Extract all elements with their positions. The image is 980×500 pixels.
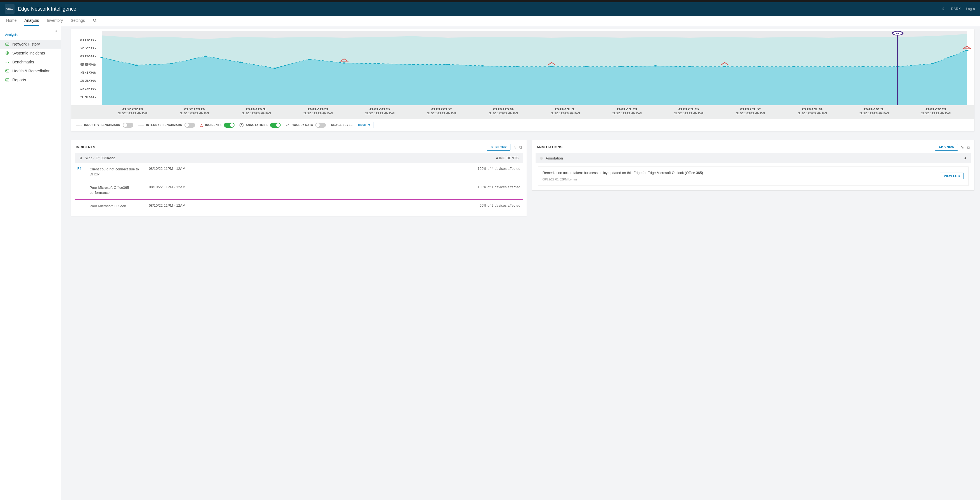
svg-point-26	[619, 66, 622, 67]
svg-point-25	[585, 66, 588, 67]
sidebar-item-benchmarks[interactable]: Benchmarks	[0, 57, 60, 67]
svg-point-12	[135, 65, 138, 66]
svg-point-15	[239, 62, 242, 63]
incident-affected: 50% of 2 devices affected	[194, 204, 520, 208]
collapse-sidebar-icon[interactable]: «	[55, 29, 57, 33]
sidebar-item-health-remediation[interactable]: Health & Remediation	[0, 67, 60, 75]
svg-point-18	[342, 62, 345, 63]
calendar-icon: 🗓	[79, 156, 83, 160]
nav-inventory[interactable]: Inventory	[47, 16, 63, 26]
filter-button[interactable]: ▼ FILTER	[487, 144, 511, 151]
svg-text:08/19: 08/19	[802, 108, 823, 111]
view-log-button[interactable]: VIEW LOG	[940, 173, 964, 179]
incidents-group-label: Week Of 08/04/22	[86, 156, 115, 160]
incident-row[interactable]: Poor Microsoft Office365 performance08/1…	[75, 181, 523, 200]
sidebar-heading: Analysis	[0, 26, 60, 40]
svg-text:08/21: 08/21	[864, 108, 885, 111]
internal-benchmark-swatch	[138, 124, 144, 127]
app-title: Edge Network Intelligence	[18, 6, 76, 12]
collapse-icon[interactable]: ⤡	[961, 145, 964, 149]
benchmarks-icon	[5, 60, 10, 64]
svg-text:12:00AM: 12:00AM	[612, 112, 642, 115]
logout-link[interactable]: Log o	[966, 7, 975, 11]
add-new-button[interactable]: ADD NEW	[935, 144, 958, 151]
svg-text:11%: 11%	[80, 95, 96, 99]
svg-point-27	[654, 65, 657, 67]
svg-text:12:00AM: 12:00AM	[550, 112, 580, 115]
annotations-toggle[interactable]	[270, 123, 281, 128]
hourly-data-label: HOURLY DATA	[292, 124, 313, 127]
incident-time: 08/10/22 11PM - 12AM	[143, 204, 191, 208]
svg-text:12:00AM: 12:00AM	[427, 112, 457, 115]
annotations-marker-icon: A	[240, 123, 243, 127]
network-history-chart[interactable]: 88%77%66%55%44%33%22%11%07/2812:00AM07/3…	[71, 29, 974, 119]
nav-settings[interactable]: Settings	[71, 16, 85, 26]
logo: vmw	[5, 4, 14, 14]
svg-text:12:00AM: 12:00AM	[736, 112, 765, 115]
chart-legend-footer: INDUSTRY BENCHMARK INTERNAL BENCHMARK △ …	[71, 119, 974, 131]
svg-text:12:00AM: 12:00AM	[674, 112, 704, 115]
incident-description: Poor Microsoft Outlook	[90, 204, 140, 209]
collapse-icon[interactable]: ⤡	[513, 145, 517, 149]
svg-point-23	[515, 66, 519, 67]
incident-row[interactable]: Poor Microsoft Outlook08/10/22 11PM - 12…	[75, 200, 523, 213]
dark-mode-icon[interactable]: ☾	[942, 7, 946, 11]
svg-text:55%: 55%	[80, 63, 96, 67]
svg-point-4	[7, 52, 8, 54]
svg-point-20	[412, 64, 415, 65]
incident-row[interactable]: P4Client could not connect due to DHCP08…	[75, 163, 523, 181]
incident-time: 08/10/22 11PM - 12AM	[143, 185, 191, 189]
nav-home[interactable]: Home	[6, 16, 16, 26]
search-icon[interactable]	[93, 18, 97, 24]
svg-point-6	[6, 70, 7, 71]
usage-level-select[interactable]: HIGH ▾	[355, 122, 374, 128]
network-history-chart-card: 88%77%66%55%44%33%22%11%07/2812:00AM07/3…	[71, 29, 974, 131]
annotations-panel: ANNOTATIONS ADD NEW ⤡ ⧉ Annotation A Rem…	[532, 140, 974, 190]
svg-point-33	[861, 66, 865, 67]
nav-analysis[interactable]: Analysis	[24, 16, 39, 26]
sidebar-item-network-history[interactable]: Network History	[0, 40, 60, 49]
svg-text:08/01: 08/01	[246, 108, 267, 111]
svg-point-16	[274, 68, 277, 69]
incident-priority: P4	[78, 167, 86, 170]
svg-text:08/11: 08/11	[555, 108, 576, 111]
svg-text:08/07: 08/07	[431, 108, 452, 111]
hourly-data-toggle[interactable]	[315, 123, 326, 128]
svg-point-30	[758, 66, 761, 67]
incidents-marker-icon: △	[200, 123, 203, 127]
svg-point-31	[792, 66, 795, 67]
sidebar-item-label: Benchmarks	[12, 60, 34, 64]
incidents-group-header: 🗓 Week Of 08/04/22 4 INCIDENTS	[75, 153, 523, 163]
svg-text:12:00AM: 12:00AM	[118, 112, 148, 115]
svg-rect-8	[6, 78, 9, 81]
popout-icon[interactable]: ⧉	[967, 145, 970, 150]
svg-point-35	[931, 63, 934, 64]
annotation-card: Remediation action taken: business polic…	[538, 167, 969, 186]
svg-point-11	[100, 57, 103, 59]
filter-icon: ▼	[490, 146, 494, 149]
svg-point-24	[550, 66, 553, 67]
dark-mode-label: DARK	[951, 7, 961, 11]
incidents-toggle[interactable]	[224, 123, 234, 128]
svg-text:08/05: 08/05	[369, 108, 390, 111]
svg-text:08/09: 08/09	[493, 108, 514, 111]
svg-text:22%: 22%	[80, 87, 96, 91]
sidebar-item-systemic-incidents[interactable]: Systemic Incidents	[0, 49, 60, 57]
popout-icon[interactable]: ⧉	[519, 145, 522, 150]
svg-point-19	[377, 63, 380, 64]
sidebar-item-reports[interactable]: Reports	[0, 75, 60, 84]
svg-point-14	[204, 56, 207, 57]
svg-text:12:00AM: 12:00AM	[365, 112, 395, 115]
svg-text:08/17: 08/17	[740, 108, 761, 111]
svg-text:44%: 44%	[80, 71, 96, 75]
svg-text:12:00AM: 12:00AM	[859, 112, 889, 115]
internal-benchmark-label: INTERNAL BENCHMARK	[146, 124, 183, 127]
incidents-count: 4 INCIDENTS	[496, 156, 519, 160]
incident-affected: 100% of 1 devices affected	[194, 185, 520, 189]
svg-point-32	[827, 66, 830, 67]
internal-benchmark-toggle[interactable]	[185, 123, 195, 128]
svg-point-28	[689, 66, 692, 67]
svg-text:12:00AM: 12:00AM	[921, 112, 951, 115]
sidebar-item-label: Health & Remediation	[12, 69, 50, 73]
industry-benchmark-toggle[interactable]	[123, 123, 133, 128]
